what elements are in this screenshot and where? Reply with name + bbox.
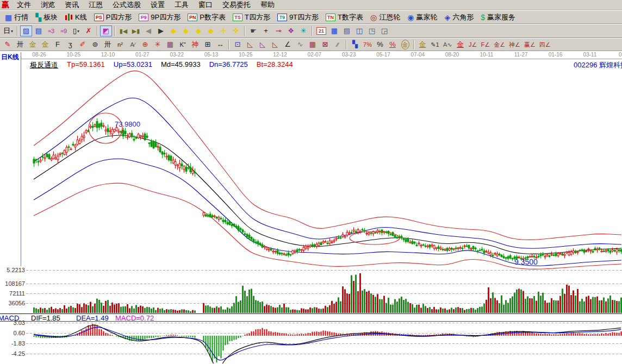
draw-boxed-web-button[interactable]: ▦ xyxy=(164,39,176,50)
tool-calculator-button[interactable]: ▦ xyxy=(328,26,340,36)
tool-gann-man-button[interactable]: ✗ xyxy=(83,26,95,36)
draw-gold-grid-1-button[interactable]: 金 xyxy=(27,39,39,50)
draw-fan-red-button[interactable]: ◺ xyxy=(244,39,256,50)
draw-gold-grid-2-button[interactable]: 金 xyxy=(39,39,51,50)
angle-lines-icon: ∠ xyxy=(284,40,291,49)
tool-expand-all-button[interactable]: ✛ xyxy=(217,26,229,36)
tool-trendline-tool-button[interactable]: ⊸ xyxy=(272,26,284,36)
menu-item-设置[interactable]: 设置 xyxy=(146,0,170,10)
menu-item-窗口[interactable]: 窗口 xyxy=(194,0,217,10)
toolbar-hexagon-button[interactable]: ◈六角形 xyxy=(441,12,476,23)
tool-wave-3-button[interactable]: ≈3 xyxy=(45,26,57,36)
draw-hash-lines-button[interactable]: 卅 xyxy=(102,39,114,50)
draw-target-button[interactable]: ⊕ xyxy=(139,39,151,50)
draw-stats-lines-button[interactable]: ▚ xyxy=(349,39,361,50)
menu-item-公式选股[interactable]: 公式选股 xyxy=(108,0,146,10)
tool-candle-style-button[interactable]: ▯▾ xyxy=(70,26,82,36)
toolbar-t-number-table-button[interactable]: TNT数字表 xyxy=(323,12,366,23)
sectors-icon: ▚ xyxy=(35,14,41,21)
draw-percent-line-button[interactable]: % xyxy=(387,39,399,50)
menu-item-帮助[interactable]: 帮助 xyxy=(256,0,279,10)
draw-spiral-button[interactable]: ʒ xyxy=(64,39,76,50)
draw-boxed-arrow-button[interactable]: ⊠ xyxy=(319,39,331,50)
draw-angle-a-button[interactable]: A∕ xyxy=(127,39,139,50)
tool-period-day-button[interactable]: 日▾ xyxy=(2,26,15,36)
menu-item-文件[interactable]: 文件 xyxy=(12,0,36,10)
draw-fan-boxed-red-button[interactable]: ◺ xyxy=(269,39,281,50)
tool-info-board-button[interactable]: ▤ xyxy=(33,26,45,36)
tool-crosshair-tool-button[interactable]: + xyxy=(260,26,272,36)
tool-pan-right-button[interactable]: ◆ xyxy=(180,26,192,36)
tool-pan-left-button[interactable]: ◆ xyxy=(167,26,179,36)
draw-n-square-button[interactable]: n² xyxy=(114,39,126,50)
draw-pen-ruler-button[interactable]: ✐ xyxy=(77,39,89,50)
toolbar-winner-wheel-button[interactable]: ◉赢家轮 xyxy=(405,12,440,23)
toolbar-sectors-button[interactable]: ▚板块 xyxy=(33,12,60,23)
draw-gold-underline-button[interactable]: 金 xyxy=(416,39,428,50)
draw-a-wave-button[interactable]: A∿ xyxy=(441,39,454,50)
menu-item-江恩[interactable]: 江恩 xyxy=(84,0,108,10)
tool-goto-first-button[interactable]: ▮◀ xyxy=(117,26,129,36)
macd-axis-label: 3.03 xyxy=(0,319,25,326)
draw-shen-tool-button[interactable]: 神 xyxy=(189,39,201,50)
date-label: 12-10 xyxy=(99,52,117,58)
tool-zoom-in-x-button[interactable]: ◆ xyxy=(205,26,217,36)
draw-fan-boxed-purple-button[interactable]: ◺ xyxy=(257,39,269,50)
menu-item-工具[interactable]: 工具 xyxy=(170,0,194,10)
toolbar-kline-button[interactable]: K线 xyxy=(62,12,90,23)
toolbar-p-number-table-button[interactable]: PNP数字表 xyxy=(185,12,228,23)
draw-angle-shen-button[interactable]: 神∠ xyxy=(507,39,522,50)
draw-spiderweb-button[interactable]: ✳ xyxy=(152,39,164,50)
tool-hand-tool-button[interactable]: ☛ xyxy=(247,26,259,36)
draw-width-arrows-button[interactable]: ↔ xyxy=(214,39,226,50)
tool-wave-9-button[interactable]: ≈9 xyxy=(58,26,70,36)
draw-angle-gold-button[interactable]: 金∠ xyxy=(492,39,507,50)
menu-item-资讯[interactable]: 资讯 xyxy=(60,0,84,10)
indicator-name[interactable]: 极反通道 xyxy=(30,60,58,70)
tool-step-back-button[interactable]: ◀ xyxy=(142,26,154,36)
draw-percent-button[interactable]: % xyxy=(374,39,386,50)
period-day-dropdown-arrow-icon: ▾ xyxy=(11,29,13,34)
toolbar-winner-service-button[interactable]: $赢家服务 xyxy=(478,12,518,23)
tool-colored-kline-button[interactable]: ◩ xyxy=(100,26,112,36)
tool-goto-last-button[interactable]: ▶▮ xyxy=(130,26,142,36)
menu-item-交易委托[interactable]: 交易委托 xyxy=(217,0,256,10)
tool-fit-all-button[interactable]: ✜ xyxy=(230,26,242,36)
tool-zoom-out-x-button[interactable]: ◆ xyxy=(192,26,204,36)
toolbar-t9-square-button[interactable]: T99T四方形 xyxy=(275,12,321,23)
draw-grid-123-button[interactable]: ⊞ xyxy=(202,39,214,50)
toolbar-p9-square-button[interactable]: P99P四方形 xyxy=(136,12,183,23)
tool-net-view-button[interactable]: ◳ xyxy=(366,26,378,36)
draw-grid-lines-button[interactable]: 卅 xyxy=(14,39,26,50)
draw-k-lines-button[interactable]: K" xyxy=(177,39,189,50)
toolbar-gann-wheel-button[interactable]: ◎江恩轮 xyxy=(368,12,403,23)
draw-box-ruler-button[interactable]: ⊡ xyxy=(232,39,244,50)
draw-parallels-button[interactable]: ∕∕ xyxy=(332,39,344,50)
draw-percent-7-button[interactable]: 7% xyxy=(362,39,374,50)
tool-web-tool-button[interactable]: ✳ xyxy=(297,26,309,36)
draw-wave-v-button[interactable]: ∿ xyxy=(294,39,306,50)
menu-item-浏览[interactable]: 浏览 xyxy=(36,0,60,10)
tool-calendar-button[interactable]: 21 xyxy=(315,26,328,36)
draw-circle-ruler-button[interactable]: ⊚ xyxy=(89,39,101,50)
tool-step-forward-button[interactable]: ▶ xyxy=(155,26,167,36)
draw-gold-circle-button[interactable]: 金 xyxy=(399,39,411,50)
draw-angle-four-button[interactable]: 四∠ xyxy=(538,39,552,50)
tool-gann-tool-button[interactable]: ❖ xyxy=(285,26,297,36)
draw-angle-f-button[interactable]: F∠ xyxy=(480,39,492,50)
draw-pen-1-button[interactable]: ✎1 xyxy=(429,39,441,50)
toolbar-t-square-button[interactable]: TST四方形 xyxy=(230,12,273,23)
tool-save-button[interactable]: ◫ xyxy=(353,26,365,36)
draw-angle-j-button[interactable]: J∠ xyxy=(467,39,479,50)
tool-remote-button[interactable]: ◲ xyxy=(378,26,390,36)
draw-angle-lines-button[interactable]: ∠ xyxy=(282,39,294,50)
draw-draw-pen-button[interactable]: ✎ xyxy=(2,39,14,50)
draw-gold-red-button[interactable]: 金 xyxy=(455,39,467,50)
tool-chart-pattern-button[interactable]: ▨ xyxy=(20,26,32,36)
tool-notes-button[interactable]: ▤ xyxy=(341,26,353,36)
draw-fib-grid-button[interactable]: F xyxy=(52,39,64,50)
draw-red-grid-button[interactable]: ▦ xyxy=(307,39,319,50)
toolbar-quotes-button[interactable]: ▦行情 xyxy=(2,12,31,23)
draw-angle-win-button[interactable]: 赢∠ xyxy=(523,39,537,50)
toolbar-p-square-button[interactable]: PSP四方形 xyxy=(91,12,135,23)
